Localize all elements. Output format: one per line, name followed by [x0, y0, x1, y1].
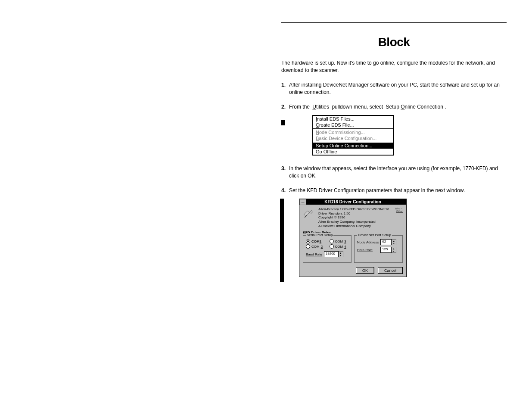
highlight-bar-dialog	[280, 199, 284, 282]
group-legend: Serial Port Setup	[306, 233, 333, 237]
step-1: 1. After installing DeviceNet Manager so…	[281, 81, 507, 97]
step-3: 3. In the window that appears, select th…	[281, 165, 507, 180]
meta-line: Allen-Bradley 1770-KFD Driver for WinDNe…	[318, 207, 392, 212]
baud-rate-label: Baud Rate	[306, 252, 322, 256]
meta-line: Allen-Bradley Company, Incorporated	[318, 220, 392, 224]
radio-icon	[330, 239, 334, 243]
data-rate-input[interactable]: 125 ▲▼	[380, 247, 396, 253]
step-text-a: From the	[289, 104, 310, 110]
radio-icon	[330, 244, 334, 249]
step-number: 3.	[281, 165, 286, 172]
ok-button[interactable]: OK	[356, 267, 374, 274]
spin-buttons[interactable]: ▲▼	[392, 247, 396, 253]
menu-item-create-eds[interactable]: Create EDS File...	[313, 122, 393, 128]
menu-item-node-commissioning: Node Commissioning...	[313, 129, 393, 135]
radio-icon	[306, 239, 310, 243]
selected-menu-item-ref: Setup Online Connection	[386, 104, 445, 110]
spin-buttons[interactable]: ▲▼	[339, 251, 343, 257]
node-address-input[interactable]: 62 ▲▼	[380, 239, 396, 245]
data-rate-label: Data Rate	[357, 248, 373, 252]
kfd-driver-config-dialog: — KFD16 Driver Configuration Allen-Bra	[299, 199, 407, 277]
spin-buttons[interactable]: ▲▼	[392, 239, 396, 245]
driver-meta: Allen-Bradley 1770-KFD Driver for WinDNe…	[318, 207, 392, 228]
meta-line: A Rockwell International Company	[318, 224, 392, 228]
step-number: 4.	[281, 187, 286, 194]
radio-com1[interactable]: COM1	[306, 239, 325, 243]
section-heading: Block	[281, 35, 507, 49]
group-legend: DeviceNet Port Setup	[357, 233, 392, 237]
step-text: In the window that appears, select the i…	[289, 165, 498, 179]
meta-line: Driver Revision: 1.50	[318, 212, 392, 216]
cancel-button[interactable]: Cancel	[378, 267, 403, 274]
node-address-label: Node Address	[357, 240, 379, 244]
data-rate-value[interactable]: 125	[380, 247, 392, 253]
devicenet-port-setup-group: DeviceNet Port Setup Node Address 62 ▲▼ …	[354, 235, 403, 263]
radio-icon	[306, 244, 310, 249]
menu-item-go-offline[interactable]: Go Offline	[313, 149, 393, 155]
node-address-value[interactable]: 62	[380, 239, 392, 245]
radio-com2[interactable]: COM2	[306, 244, 325, 249]
step-4: 4. Set the KFD Driver Configuration para…	[281, 187, 507, 194]
intro-paragraph: The hardware is set up. Now it's time to…	[281, 59, 507, 75]
radio-com4[interactable]: COM4	[330, 244, 349, 249]
step-text-b: pulldown menu, select	[332, 104, 383, 110]
connector-icon	[303, 207, 315, 219]
dialog-title: KFD16 Driver Configuration	[299, 199, 406, 205]
menu-item-basic-device-config: Basic Device Configuration...	[313, 135, 393, 141]
step-text: After installing DeviceNet Manager softw…	[289, 82, 500, 95]
baud-rate-input[interactable]: 19200 ▲▼	[324, 251, 343, 257]
whoami-link[interactable]: Who→ Other	[395, 207, 403, 212]
menu-word: Utilities	[312, 104, 330, 110]
step-number: 2.	[281, 103, 286, 111]
step-2: 2. From the Utilities pulldown menu, sel…	[281, 103, 507, 111]
menu-separator	[313, 128, 393, 129]
utilities-menu: Install EDS Files... Create EDS File... …	[312, 115, 394, 156]
system-menu-icon[interactable]: —	[299, 199, 306, 205]
meta-line: Copyright © 1996	[318, 215, 392, 220]
step-text: Set the KFD Driver Configuration paramet…	[289, 187, 465, 193]
menu-item-install-eds[interactable]: Install EDS Files...	[313, 116, 393, 122]
menu-separator	[313, 142, 393, 142]
horizontal-rule	[281, 22, 507, 23]
step-number: 1.	[281, 81, 286, 89]
radio-com3[interactable]: COM3	[330, 239, 349, 243]
baud-rate-value[interactable]: 19200	[324, 251, 339, 257]
serial-port-setup-group: Serial Port Setup COM1 COM3 COM2 COM4 Ba…	[303, 235, 352, 263]
step-text-c: .	[445, 104, 446, 110]
menu-item-setup-online[interactable]: Setup Online Connection...	[313, 143, 393, 149]
